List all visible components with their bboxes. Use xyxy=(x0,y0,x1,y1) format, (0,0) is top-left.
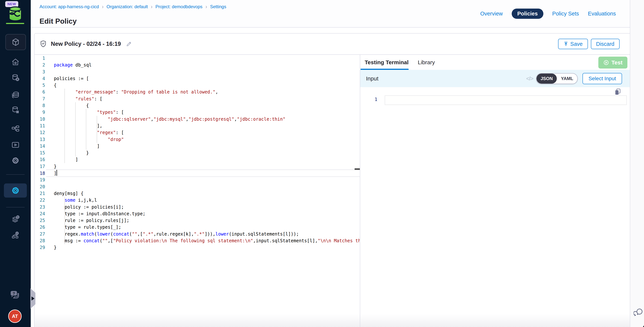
tab-policy-sets[interactable]: Policy Sets xyxy=(552,10,579,17)
code-line[interactable]: 8 { xyxy=(34,102,360,109)
breadcrumb-account[interactable]: Account: app-harness-ng-cicd xyxy=(40,4,99,9)
code-icon: </> xyxy=(526,75,533,82)
line-number: 6 xyxy=(34,89,45,95)
code-line[interactable]: 4policies := [ xyxy=(34,75,360,82)
chevron-right-icon: › xyxy=(102,4,104,9)
policy-editor-card: New Policy - 02/24 - 16:19 Save Discard xyxy=(34,33,630,327)
save-label: Save xyxy=(570,41,583,47)
code-line[interactable]: 25 rule := policy.rules[j]; xyxy=(34,217,360,224)
format-toggle[interactable]: JSON YAML xyxy=(536,73,578,84)
line-number: 14 xyxy=(34,143,45,150)
code-line[interactable]: 12 "regex": [ xyxy=(34,129,360,136)
copy-icon[interactable] xyxy=(614,88,621,95)
breadcrumb-project[interactable]: Project: demodbdevops xyxy=(156,4,202,9)
line-content: deny[msg] { xyxy=(54,191,84,196)
play-circle-icon xyxy=(603,60,609,65)
code-line[interactable]: 15 } xyxy=(34,150,360,156)
code-line[interactable]: 21deny[msg] { xyxy=(34,190,360,197)
tab-overview[interactable]: Overview xyxy=(480,10,503,17)
rego-code-editor[interactable]: 12package db_sql34policies := [5{6 "erro… xyxy=(34,55,360,327)
code-line[interactable]: 26 type = rule.types[_]; xyxy=(34,224,360,231)
code-line[interactable]: 5{ xyxy=(34,82,360,89)
line-content: "error_message": "Dropping of table is n… xyxy=(54,89,218,95)
sidebar-item-db-schemas[interactable] xyxy=(0,106,31,114)
upload-icon xyxy=(563,41,568,46)
line-content: rule := policy.rules[j]; xyxy=(54,218,129,223)
gear-icon-active xyxy=(11,186,20,195)
tab-policies[interactable]: Policies xyxy=(512,8,544,19)
help-chat-icon[interactable]: ? xyxy=(10,290,21,300)
test-button[interactable]: Test xyxy=(598,57,628,68)
code-line[interactable]: 27 regex.match(lower(concat("",[".*",rul… xyxy=(34,231,360,237)
pipeline-icon xyxy=(11,125,20,133)
testing-tabs: Testing Terminal Library Test xyxy=(360,55,630,70)
line-number: 7 xyxy=(34,95,45,102)
code-line[interactable]: 16 ] xyxy=(34,156,360,163)
sidebar-item-home[interactable] xyxy=(0,58,31,66)
code-line[interactable]: 3 xyxy=(34,68,360,75)
testing-panel: Testing Terminal Library Test Input </> … xyxy=(360,55,630,327)
save-button[interactable]: Save xyxy=(558,39,588,49)
input-editor-line[interactable] xyxy=(384,95,627,105)
discard-button[interactable]: Discard xyxy=(591,39,620,49)
format-option-yaml[interactable]: YAML xyxy=(557,73,577,84)
line-content: "regex": [ xyxy=(54,130,124,135)
module-selector-button[interactable] xyxy=(6,34,26,50)
select-input-button[interactable]: Select Input xyxy=(582,73,622,84)
sidebar-item-executions[interactable] xyxy=(0,141,31,149)
code-line[interactable]: 11 ], xyxy=(34,123,360,129)
input-header-row: Input </> JSON YAML Select Input xyxy=(360,70,630,87)
sidebar-item-org-settings[interactable] xyxy=(0,231,31,240)
tab-evaluations[interactable]: Evaluations xyxy=(588,10,616,17)
line-number: 15 xyxy=(34,150,45,156)
code-line[interactable]: 29} xyxy=(34,244,360,251)
code-line[interactable]: 20 xyxy=(34,183,360,190)
code-line[interactable]: 23 policy := policies[i]; xyxy=(34,204,360,210)
edit-pencil-icon[interactable] xyxy=(126,41,132,47)
line-content: "types": [ xyxy=(54,110,124,115)
user-avatar[interactable]: AT xyxy=(8,310,22,323)
code-line[interactable]: 18] xyxy=(34,170,360,177)
line-number: 1 xyxy=(34,55,45,62)
line-number: 19 xyxy=(34,177,45,183)
breadcrumb-settings[interactable]: Settings xyxy=(210,4,226,9)
format-option-json[interactable]: JSON xyxy=(536,73,557,84)
breadcrumb-organization[interactable]: Organization: default xyxy=(106,4,148,9)
line-content: policy := policies[i]; xyxy=(54,204,124,210)
sidebar-item-account-resources[interactable] xyxy=(0,215,31,224)
overview-ruler-cursor-marker xyxy=(354,168,360,170)
code-line[interactable]: 22 some i,j,k,l xyxy=(34,197,360,204)
line-number: 10 xyxy=(34,116,45,123)
line-number: 8 xyxy=(34,102,45,109)
sidebar-item-project-settings[interactable] xyxy=(0,156,31,165)
code-line[interactable]: 19 xyxy=(34,177,360,183)
line-number: 21 xyxy=(34,190,45,197)
harness-db-devops-logo[interactable] xyxy=(8,6,22,22)
sidebar-item-db-instances[interactable] xyxy=(0,73,31,82)
sidebar-item-settings-active[interactable] xyxy=(4,183,27,198)
code-line[interactable]: 17} xyxy=(34,163,360,170)
code-lines: 12package db_sql34policies := [5{6 "erro… xyxy=(34,55,360,251)
right-drawer-strip xyxy=(630,0,644,327)
line-content: { xyxy=(54,103,89,108)
code-line[interactable]: 2package db_sql xyxy=(34,62,360,68)
code-line[interactable]: 9 "types": [ xyxy=(34,109,360,116)
sidebar-item-pipelines[interactable] xyxy=(0,125,31,133)
code-line[interactable]: 6 "error_message": "Dropping of table is… xyxy=(34,89,360,95)
code-line[interactable]: 7 "rules": [ xyxy=(34,95,360,102)
module-indicator-bar xyxy=(6,23,24,24)
code-line[interactable]: 24 type := input.dbInstance.type; xyxy=(34,210,360,217)
tab-library[interactable]: Library xyxy=(418,59,435,65)
chat-bubbles-icon[interactable] xyxy=(634,308,643,318)
code-line[interactable]: 1 xyxy=(34,55,360,62)
tab-testing-terminal[interactable]: Testing Terminal xyxy=(365,59,409,65)
line-content: package db_sql xyxy=(54,62,92,68)
line-content: ] xyxy=(54,144,100,149)
code-line[interactable]: 13 "drop" xyxy=(34,136,360,143)
code-line[interactable]: 28 msg := concat("",["Policy violation:\… xyxy=(34,237,360,244)
code-line[interactable]: 14 ] xyxy=(34,143,360,150)
policy-name: New Policy - 02/24 - 16:19 xyxy=(51,41,121,47)
input-editor-line-number: 1 xyxy=(370,97,377,102)
sidebar-item-databases[interactable] xyxy=(0,91,31,99)
code-line[interactable]: 10 "jdbc:sqlserver","jdbc:mysql","jdbc:p… xyxy=(34,116,360,123)
